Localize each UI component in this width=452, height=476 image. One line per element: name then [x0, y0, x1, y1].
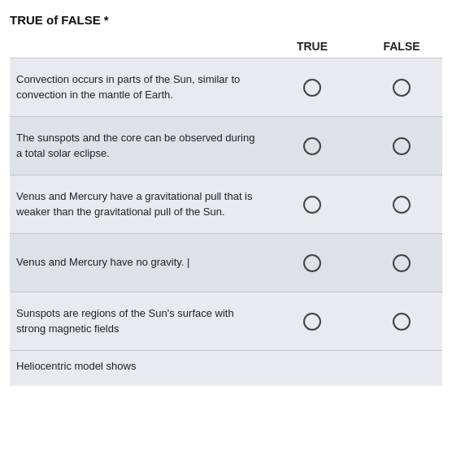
true-radio-col-3[interactable]: [263, 196, 361, 214]
false-radio-col-4[interactable]: [361, 254, 442, 272]
true-radio-col-2[interactable]: [263, 137, 361, 155]
question-text: Heliocentric model shows: [10, 359, 263, 374]
false-radio-col-1[interactable]: [361, 79, 442, 97]
false-radio-col-3[interactable]: [361, 196, 442, 214]
header-question-col: [10, 40, 263, 53]
false-radio-col-2[interactable]: [361, 137, 442, 155]
false-radio-4[interactable]: [393, 254, 411, 272]
table-row: Venus and Mercury have a gravitational p…: [10, 175, 442, 233]
table-row: Heliocentric model shows: [10, 350, 442, 386]
table-header: TRUE FALSE: [10, 40, 442, 58]
header-true: TRUE: [263, 40, 361, 53]
form-title: TRUE of FALSE *: [10, 13, 442, 27]
question-text: The sunspots and the core can be observe…: [10, 131, 263, 162]
false-radio-5[interactable]: [393, 313, 411, 331]
true-radio-col-5[interactable]: [263, 313, 361, 331]
page-container: TRUE of FALSE * TRUE FALSE Convection oc…: [0, 0, 452, 386]
table-row: Convection occurs in parts of the Sun, s…: [10, 58, 442, 116]
true-radio-1[interactable]: [303, 79, 321, 97]
true-radio-3[interactable]: [303, 196, 321, 214]
true-radio-col-4[interactable]: [263, 254, 361, 272]
header-false: FALSE: [361, 40, 442, 53]
false-radio-1[interactable]: [393, 79, 411, 97]
question-text: Venus and Mercury have a gravitational p…: [10, 189, 263, 220]
false-radio-col-5[interactable]: [361, 313, 442, 331]
true-radio-col-1[interactable]: [263, 79, 361, 97]
false-radio-3[interactable]: [393, 196, 411, 214]
table-row: Sunspots are regions of the Sun's surfac…: [10, 292, 442, 350]
question-text: Venus and Mercury have no gravity. |: [10, 255, 263, 270]
true-radio-2[interactable]: [303, 137, 321, 155]
question-text: Sunspots are regions of the Sun's surfac…: [10, 306, 263, 337]
true-radio-4[interactable]: [303, 254, 321, 272]
question-text: Convection occurs in parts of the Sun, s…: [10, 72, 263, 103]
table-row: Venus and Mercury have no gravity. |: [10, 233, 442, 292]
table-row: The sunspots and the core can be observe…: [10, 116, 442, 175]
false-radio-2[interactable]: [393, 137, 411, 155]
true-radio-5[interactable]: [303, 313, 321, 331]
